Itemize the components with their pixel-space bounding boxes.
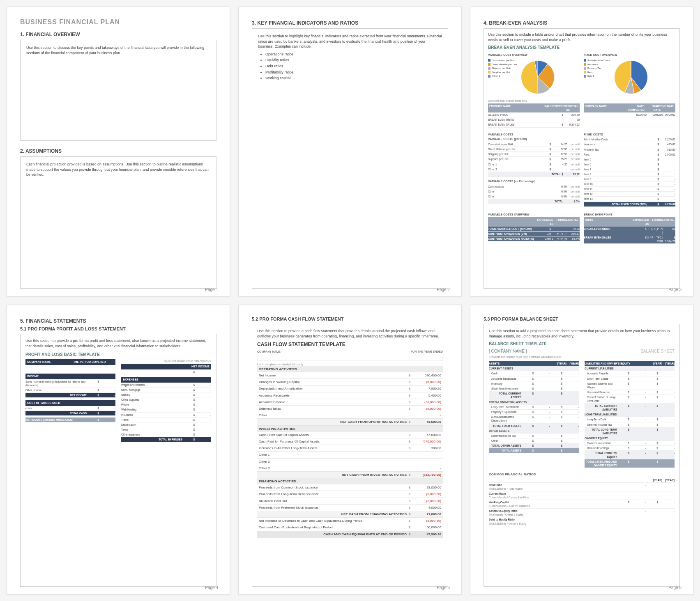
section-5-1-title: 5.1 PRO FORMA PROFIT AND LOSS STATEMENT [20, 326, 216, 331]
bs-text: Use this section to add a projected bala… [489, 328, 675, 339]
table-row: Debt RatioTotal Liabilities / Total Asse… [489, 483, 675, 491]
table-row: Cash Paid for Purchase Of Capital Assets… [257, 438, 443, 445]
cf-section: FINANCING ACTIVITIES [257, 478, 443, 484]
col: FORMULA [649, 218, 665, 225]
pl-right: equals net income minus total expenses N… [121, 359, 211, 442]
table-row: Item 6$- [584, 162, 675, 167]
table-row: Property Tax$515.00 [584, 147, 675, 152]
page-number: Page 6 [668, 585, 682, 590]
table-row: Other 3- [257, 465, 443, 472]
cell: $ [407, 518, 412, 523]
table-row: Dividends Paid Out$(2,000.00) [257, 498, 443, 505]
label: NET CASH FROM INVESTING ACTIVITIES [259, 473, 407, 477]
page-number: Page 1 [205, 287, 218, 292]
col: SALES [537, 104, 553, 112]
table-row: Item 9$- [584, 177, 675, 182]
table-row: Other 2$-per unit [488, 167, 580, 172]
cell: 00/00/00 [647, 113, 663, 117]
table-row: Depreciation and Amortization$7,800.20 [257, 385, 443, 392]
label: Net Increase or Decrease in Cash and Cas… [259, 518, 407, 523]
table-row: Shipping per Unit$17.59per unit [488, 152, 580, 157]
table-row: Increases in All Other Long-Term Assets$… [257, 445, 443, 452]
label: VARIABLE COSTS [488, 133, 580, 137]
table-row: Item 5$- [584, 157, 675, 162]
note-line: Complete non-shaded fields only. [488, 99, 675, 103]
pie-charts-row: VARIABLE COST OVERVIEW Commission per Un… [488, 53, 675, 96]
pl-text: Use this section to provide a pro forma … [25, 338, 211, 349]
table-row: Other0.5%per unit [488, 189, 580, 194]
page-1: BUSINESS FINANCIAL PLAN 1. FINANCIAL OVE… [7, 7, 230, 296]
pl-template-title: PROFIT AND LOSS BASIC TEMPLATE [25, 352, 211, 358]
table-row: Administrative Costs$2,250.00 [584, 137, 675, 142]
col: EXPRESSED AS [633, 218, 649, 225]
table-row: Other expenses$- [121, 432, 211, 437]
col: UNITS [585, 218, 633, 225]
section-3-text: Use this section to highlight key financ… [258, 34, 442, 48]
section-5-2-title: 5.2 PRO FORMA CASH FLOW STATEMENT [252, 317, 448, 321]
section-4-box: Use this section to include a table and/… [484, 28, 680, 289]
ratios-title: COMMON FINANCIAL RATIOS [489, 472, 675, 477]
col: COMPANY NAME [585, 104, 628, 112]
list-item: Liquidity ratios [265, 57, 442, 63]
doc-title: BUSINESS FINANCIAL PLAN [20, 18, 216, 26]
table-row: Current RatioCurrent Assets / Current Li… [489, 491, 675, 500]
col: EXPRESSED AS [553, 104, 570, 112]
col: END DATE [661, 104, 674, 112]
table-row: BREAK-EVEN UNITS50 [488, 117, 580, 122]
table-row: Commissions0.5%per unit [488, 184, 580, 189]
table-row: Item 8$- [584, 172, 675, 177]
bs-assets-col: ASSETS[YEAR][YEAR]CURRENT ASSETSCash$-$-… [489, 361, 579, 468]
table-row: costs$- [25, 406, 115, 411]
fixed-cost-pie-icon [612, 59, 649, 96]
table-row: Item 7$- [584, 167, 675, 172]
table-row: Accounts Payable$-$- [585, 371, 675, 376]
label: TOTAL CoGS [25, 411, 87, 415]
table-row: Other$-$- [489, 438, 579, 443]
cf-section: OPERATING ACTIVITIES [257, 366, 443, 372]
col: NET INCOME [121, 364, 211, 369]
cf-text: Use this section to provide a cash flow … [257, 328, 443, 339]
label: equals net income minus total expenses [121, 359, 211, 363]
table-row: Depreciation$- [121, 422, 211, 427]
page-number: Page 3 [668, 287, 682, 292]
table-row: Deferred Income Tax$-$- [489, 434, 579, 438]
cell: $ [407, 532, 412, 537]
label: TOTAL EXPENSES [121, 438, 182, 441]
label: COST OF GOODS SOLD [25, 400, 115, 406]
list-item: Operations ratios [265, 52, 442, 57]
table-row: Other- [257, 412, 443, 419]
table-row: Commission per Unit$14.25per unit [488, 142, 580, 147]
bs-liab-col: LIABILITIES AND OWNER'S EQUITY[YEAR][YEA… [585, 361, 675, 468]
ratios-table: [YEAR][YEAR]Debt RatioTotal Liabilities … [489, 478, 675, 526]
table-row: SELLING PRICE$205.99 [488, 112, 580, 117]
table-row: Item 12$- [584, 192, 675, 197]
pl-left: COMPANY NAME TIME PERIOD COVERED INCOME … [25, 359, 115, 442]
col: FORMULA [553, 218, 570, 225]
label: NET CASH FROM FINANCING ACTIVITIES [259, 512, 407, 516]
col: PRODUCT NAME [489, 104, 537, 112]
table-row: Cash$-$- [489, 371, 579, 376]
table-row: Insurance$- [121, 413, 211, 417]
table-row: Long-Term Investments$-$- [489, 405, 579, 410]
section-1-title: 1. FINANCIAL OVERVIEW [20, 32, 216, 37]
label: VARIABLE COSTS (as Percentage) [488, 179, 580, 184]
section-3-title: 3. KEY FINANCIAL INDICATORS AND RATIOS [252, 20, 448, 26]
table-row: Assets-to-Equity RatioTotal Assets / Own… [489, 509, 675, 517]
company-name: [ COMPANY NAME ] [489, 349, 640, 354]
section-3-box: Use this section to highlight key financ… [252, 28, 448, 289]
label: NET INCOME | INCOME MINUS CoGS [25, 418, 87, 422]
table-row: Rent / Mortgage$- [121, 388, 211, 392]
label: EXPENSES [121, 377, 211, 383]
cf-section: INVESTING ACTIVITIES [257, 426, 443, 432]
table-row: Changes in Working Capital$(5,000.00) [257, 379, 443, 385]
page-5: 5.2 PRO FORMA CASH FLOW STATEMENT Use th… [238, 305, 462, 594]
section-5-title: 5. FINANCIAL STATEMENTS [20, 318, 216, 324]
col: TOTAL [570, 104, 578, 112]
breakeven-template-title: BREAK-EVEN ANALYSIS TEMPLATE [488, 45, 675, 50]
cell: 6,290.00 [659, 202, 675, 206]
table-row: Web Hosting$- [121, 407, 211, 412]
table-row: Proceeds from Common Stock Issuance$78,0… [257, 484, 443, 491]
table-row: Deferred Taxes$(9,000.00) [257, 406, 443, 412]
ratio-bullets: Operations ratios Liquidity ratios Debt … [265, 52, 442, 81]
note: List to complete non-shaded fields only [257, 362, 443, 366]
